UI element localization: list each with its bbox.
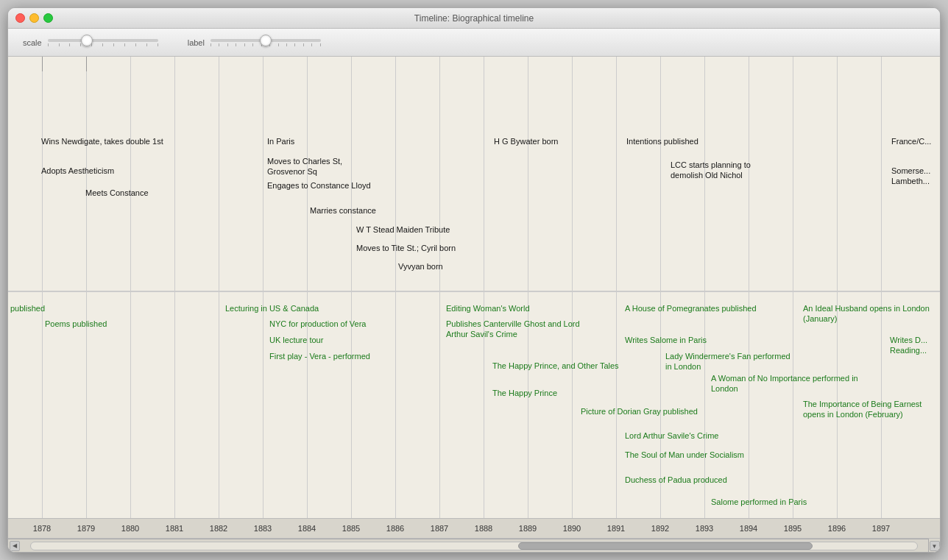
event-uk-lecture: UK lecture tour: [269, 335, 323, 345]
scale-slider-group: scale: [23, 38, 158, 47]
event-ideal-husband: An Ideal Husband opens in London (Januar…: [803, 303, 940, 325]
event-in-paris: In Paris: [267, 136, 294, 146]
app-window: Timeline: Biographical timeline scale la…: [7, 7, 941, 553]
event-published: published: [10, 303, 45, 313]
year-1890: 1890: [563, 524, 581, 533]
event-soul-man: The Soul of Man under Socialism: [625, 450, 744, 460]
year-1886: 1886: [386, 524, 404, 533]
year-1881: 1881: [166, 524, 183, 533]
year-1893: 1893: [696, 524, 713, 533]
year-1878: 1878: [33, 524, 51, 533]
event-moves-charles: Moves to Charles St,Grosvenor Sq: [267, 156, 342, 177]
event-bywater: H G Bywater born: [494, 136, 558, 146]
window-title: Timeline: Biographical timeline: [414, 13, 534, 24]
h-scrollbar-thumb[interactable]: [518, 542, 813, 550]
event-tite-st: Moves to Tite St.; Cyril born: [356, 243, 456, 253]
event-lord-arthur: Lord Arthur Savile's Crime: [625, 430, 718, 441]
year-1891: 1891: [607, 524, 625, 533]
event-pomegranates: A House of Pomegranates published: [625, 303, 757, 313]
top-pane: Wins Newdigate, takes double 1st Adopts …: [8, 57, 940, 292]
year-1889: 1889: [519, 524, 537, 533]
year-1883: 1883: [254, 524, 272, 533]
event-poems: Poems published: [45, 319, 107, 329]
label-slider-track: [211, 39, 321, 42]
scale-slider-thumb[interactable]: [81, 35, 93, 46]
event-marries: Marries constance: [310, 205, 376, 216]
bottom-pane: published Poems published Lecturing in U…: [8, 292, 940, 518]
event-salome-paris-perf: Salome performed in Paris: [711, 497, 807, 507]
event-happy-prince: The Happy Prince: [492, 388, 557, 398]
label-slider-group: label: [188, 38, 321, 47]
label-label: label: [188, 38, 205, 47]
maximize-button[interactable]: [43, 13, 53, 23]
year-1888: 1888: [475, 524, 492, 533]
event-dorian-gray: Picture of Dorian Gray published: [581, 406, 698, 417]
event-happy-prince-tales: The Happy Prince, and Other Tales: [492, 361, 619, 371]
scale-slider-track: [48, 39, 158, 42]
event-salome-paris-write: Writes Salome in Paris: [625, 335, 707, 345]
event-woman-importance: A Woman of No Importance performed in Lo…: [711, 373, 858, 394]
event-engages-constance: Engages to Constance Lloyd: [267, 180, 371, 191]
year-1885: 1885: [342, 524, 360, 533]
scale-label: scale: [23, 38, 42, 47]
year-1879: 1879: [77, 524, 95, 533]
event-france: France/C...: [891, 136, 931, 146]
event-newdigate: Wins Newdigate, takes double 1st: [41, 136, 163, 146]
event-canterville: Publishes Canterville Ghost and Lord Art…: [446, 319, 586, 340]
year-1892: 1892: [651, 524, 669, 533]
year-axis: 1878 1879 1880 1881 1882 1883 1884 1885 …: [8, 518, 940, 539]
year-1880: 1880: [121, 524, 139, 533]
event-intentions: Intentions published: [626, 136, 698, 146]
event-somerset: Somerse...Lambeth...: [891, 166, 930, 187]
event-vyvyan: Vyvyan born: [398, 261, 443, 272]
scroll-left-arrow[interactable]: ◀: [10, 541, 20, 551]
event-nyc: NYC for production of Vera: [269, 319, 366, 329]
event-lady-windermere: Lady Windermere's Fan performed in Londo…: [665, 351, 798, 372]
event-stead-maiden: W T Stead Maiden Tribute: [356, 224, 450, 235]
event-meets-constance: Meets Constance: [85, 188, 149, 198]
year-1895: 1895: [784, 524, 802, 533]
year-1882: 1882: [210, 524, 227, 533]
year-1897: 1897: [872, 524, 890, 533]
event-importance-earnest: The Importance of Being Earnest opens in…: [803, 399, 940, 420]
event-first-play: First play - Vera - performed: [269, 351, 370, 361]
toolbar: scale label: [8, 29, 940, 57]
event-lecturing: Lecturing in US & Canada: [225, 303, 319, 313]
titlebar: Timeline: Biographical timeline: [8, 8, 940, 29]
event-lcc: LCC starts planning todemolish Old Nicho…: [671, 160, 751, 181]
event-duchess: Duchess of Padua produced: [625, 475, 727, 485]
scroll-down-arrow[interactable]: ▼: [930, 541, 940, 551]
year-1884: 1884: [298, 524, 316, 533]
traffic-lights: [15, 13, 53, 23]
year-1887: 1887: [431, 524, 448, 533]
event-aestheticism: Adopts Aestheticism: [41, 166, 114, 176]
year-1894: 1894: [740, 524, 757, 533]
close-button[interactable]: [15, 13, 25, 23]
h-scrollbar-track: [30, 542, 918, 550]
event-editing: Editing Woman's World: [446, 303, 530, 313]
minimize-button[interactable]: [29, 13, 39, 23]
horizontal-scrollbar-area: ◀ ▶: [8, 539, 940, 552]
event-writes-d: Writes D...Reading...: [890, 335, 927, 356]
label-slider-thumb[interactable]: [260, 35, 272, 46]
content-area: ▲ ▼: [8, 57, 940, 552]
year-1896: 1896: [828, 524, 846, 533]
